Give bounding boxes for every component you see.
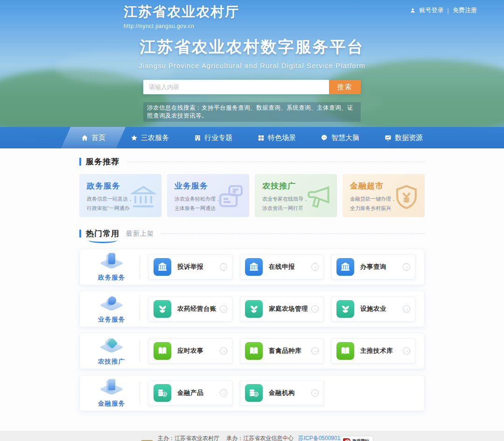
- category-label: 农技推广: [98, 357, 125, 366]
- site-name: 江苏省农业农村厅: [124, 3, 239, 21]
- recommend-card-finance[interactable]: 金融超市 金融贷款一键办理， 全力服务乡村振兴: [343, 174, 425, 217]
- section-accent-bar: [79, 230, 81, 238]
- nav-item-home[interactable]: 首页: [69, 127, 118, 148]
- service-label: 农药经营台账: [177, 305, 217, 313]
- service-item-family-farm[interactable]: 家庭农场管理 →: [240, 296, 324, 322]
- service-item-livestock-breeds[interactable]: 畜禽品种库 →: [240, 338, 324, 364]
- recommend-card-business[interactable]: 业务服务 涉农业务轻松办理， 主体服务一网通达: [167, 174, 249, 217]
- bank-icon: [157, 262, 168, 272]
- bank-icon: [249, 262, 259, 272]
- coins-icon: [157, 388, 168, 398]
- service-label: 家庭农场管理: [269, 305, 308, 313]
- section-accent-bar: [79, 158, 81, 166]
- gov-site-error-badge[interactable]: 政府网站 找错: [341, 436, 373, 441]
- service-label: 应时农事: [177, 347, 203, 355]
- service-row-business: 业务服务 农药经营台账 → 家庭农场管理 →: [79, 291, 425, 327]
- home-icon: [81, 134, 88, 141]
- service-item-facility-agriculture[interactable]: 设施农业 →: [331, 296, 415, 322]
- service-item-seasonal-farming[interactable]: 应时农事 →: [148, 338, 232, 364]
- nav-label: 三农服务: [141, 133, 169, 142]
- recommend-card-government[interactable]: 政务服务 政务信息一站直达， 行政审批“一网通办: [79, 174, 161, 217]
- service-item-complaints[interactable]: 投诉举报 →: [148, 254, 232, 280]
- arrow-icon: →: [220, 305, 227, 313]
- arrow-icon: →: [311, 347, 319, 355]
- nav-label: 特色场景: [268, 133, 296, 142]
- arrow-icon: →: [311, 263, 319, 271]
- search-button[interactable]: 搜索: [329, 80, 361, 94]
- search-input[interactable]: [143, 80, 329, 94]
- bank-icon: [340, 262, 350, 272]
- category-3d-icon: [99, 252, 124, 272]
- badge-title: 政府网站: [352, 438, 369, 441]
- platform-title: 江苏省农业农村数字服务平台: [0, 36, 504, 58]
- arrow-icon: →: [220, 389, 227, 397]
- nav-item-sannong[interactable]: 三农服务: [118, 127, 182, 148]
- register-link[interactable]: 免费注册: [453, 6, 477, 14]
- search-tip-text: 涉农信息在线搜索：支持平台服务查询、数据查询、系统查询、主体查询、证照查询及农技…: [143, 102, 361, 122]
- vertical-divider: [140, 340, 140, 362]
- category-agritech[interactable]: 农技推广: [86, 336, 137, 366]
- hot-services-section: 热门常用 最新上架 政务服务: [79, 228, 425, 411]
- platform-subtitle-en: Jiangsu Province Agricultural and Rural …: [0, 62, 504, 70]
- service-row-government: 政务服务 投诉举报 → 在线申报 →: [79, 249, 425, 285]
- book-icon: [340, 346, 350, 356]
- category-business[interactable]: 业务服务: [86, 294, 137, 324]
- tab-hot-common[interactable]: 热门常用: [86, 228, 119, 239]
- service-item-online-declare[interactable]: 在线申报 →: [240, 254, 324, 280]
- bank-outline-icon: [130, 183, 157, 210]
- nav-item-data-resources[interactable]: 数据资源: [372, 127, 435, 148]
- recommend-section-header: 服务推荐: [79, 156, 425, 167]
- site-logo[interactable]: 江苏省农业农村厅 http://nynct.jiangsu.gov.cn: [124, 3, 239, 29]
- service-item-financial-products[interactable]: 金融产品 →: [148, 380, 232, 406]
- search-bar: 搜索: [143, 80, 361, 94]
- hero-content: 江苏省农业农村数字服务平台 Jiangsu Province Agricultu…: [0, 36, 504, 122]
- service-row-agritech: 农技推广 应时农事 → 畜禽品种库 →: [79, 333, 425, 369]
- service-label: 金融产品: [177, 389, 203, 397]
- tab-newly-added[interactable]: 最新上架: [126, 230, 154, 238]
- nav-item-smart-brain[interactable]: 智慧大脑: [308, 127, 372, 148]
- nav-label: 行业专题: [204, 133, 232, 142]
- sprout-icon: [249, 304, 259, 314]
- account-links: 账号登录 | 免费注册: [410, 6, 477, 14]
- recommend-cards: 政务服务 政务信息一站直达， 行政审批“一网通办 业务服务 涉农业务轻松办理， …: [79, 174, 425, 217]
- nav-item-scenes[interactable]: 特色场景: [245, 127, 308, 148]
- vertical-divider: [140, 256, 140, 278]
- category-3d-icon: [99, 336, 124, 356]
- service-label: 投诉举报: [177, 263, 203, 271]
- service-item-main-tech-library[interactable]: 主推技术库 →: [331, 338, 415, 364]
- service-rows: 政务服务 投诉举报 → 在线申报 →: [79, 249, 425, 411]
- arrow-icon: →: [403, 263, 410, 271]
- service-item-pesticide-ledger[interactable]: 农药经营台账 →: [148, 296, 232, 322]
- card-message-icon: [217, 183, 245, 210]
- category-3d-icon: [99, 378, 124, 398]
- top-bar: 江苏省农业农村厅 http://nynct.jiangsu.gov.cn 账号登…: [0, 0, 504, 27]
- industry-icon: [194, 134, 201, 141]
- arrow-icon: →: [403, 347, 410, 355]
- shield-yuan-icon: [393, 183, 420, 210]
- service-label: 畜禽品种库: [269, 347, 301, 355]
- nav-label: 数据资源: [395, 133, 423, 142]
- nav-label: 首页: [91, 133, 105, 142]
- nav-item-industry[interactable]: 行业专题: [182, 127, 245, 148]
- recommend-section-title: 服务推荐: [86, 156, 119, 167]
- brain-icon: [321, 134, 328, 141]
- category-3d-icon: [99, 294, 124, 314]
- section-dashed-line: [127, 161, 425, 162]
- service-item-financial-institutions[interactable]: 金融机构 →: [240, 380, 324, 406]
- category-finance[interactable]: 金融服务: [86, 378, 137, 408]
- data-icon: [385, 134, 392, 141]
- search-area: 搜索 涉农信息在线搜索：支持平台服务查询、数据查询、系统查询、主体查询、证照查询…: [143, 80, 361, 122]
- login-link[interactable]: 账号登录: [420, 6, 444, 14]
- footer-organizer: 承办：江苏省农业信息中心: [226, 435, 294, 441]
- recommend-card-agritech[interactable]: 农技推广 农业专家在线指导， 涉农资讯一网打尽: [255, 174, 337, 217]
- person-icon: [410, 7, 416, 14]
- service-row-finance: 金融服务 金融产品 → 金融机构 →: [79, 375, 425, 411]
- arrow-icon: →: [311, 389, 319, 397]
- service-label: 设施农业: [360, 305, 386, 313]
- megaphone-icon: [305, 183, 332, 210]
- vertical-divider: [140, 382, 140, 404]
- service-item-affairs-query[interactable]: 办事查询 →: [331, 254, 415, 280]
- category-government[interactable]: 政务服务: [86, 252, 137, 282]
- main-content: 服务推荐 政务服务 政务信息一站直达， 行政审批“一网通办 业务服务 涉农业务轻…: [0, 148, 504, 431]
- nav-label: 智慧大脑: [331, 133, 359, 142]
